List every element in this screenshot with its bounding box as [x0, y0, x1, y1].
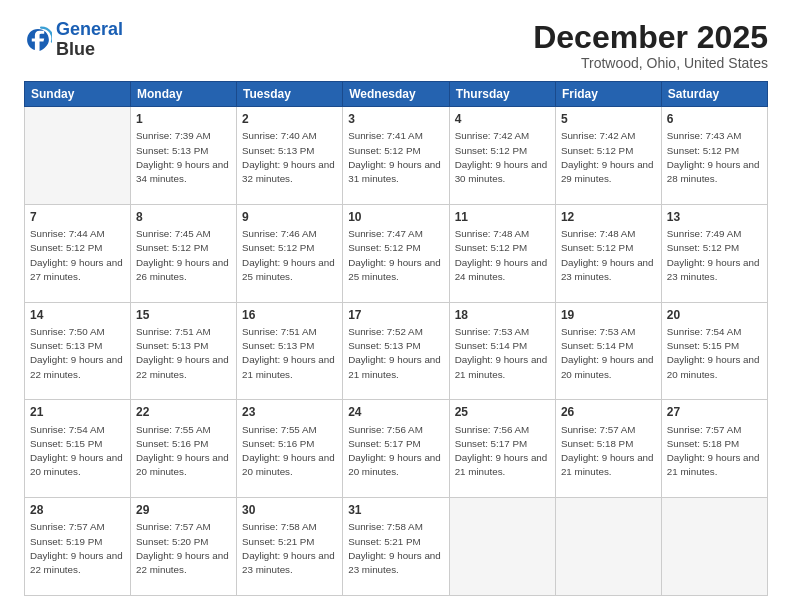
day-info: Sunrise: 7:53 AMSunset: 5:14 PMDaylight:…	[561, 326, 654, 380]
calendar-day-header: Friday	[555, 82, 661, 107]
calendar-day-cell: 24Sunrise: 7:56 AMSunset: 5:17 PMDayligh…	[343, 400, 449, 498]
calendar-day-cell: 3Sunrise: 7:41 AMSunset: 5:12 PMDaylight…	[343, 107, 449, 205]
day-number: 22	[136, 404, 231, 420]
day-info: Sunrise: 7:48 AMSunset: 5:12 PMDaylight:…	[561, 228, 654, 282]
calendar-day-cell: 9Sunrise: 7:46 AMSunset: 5:12 PMDaylight…	[237, 204, 343, 302]
day-info: Sunrise: 7:54 AMSunset: 5:15 PMDaylight:…	[667, 326, 760, 380]
day-info: Sunrise: 7:58 AMSunset: 5:21 PMDaylight:…	[348, 521, 441, 575]
day-number: 10	[348, 209, 443, 225]
day-number: 28	[30, 502, 125, 518]
day-info: Sunrise: 7:41 AMSunset: 5:12 PMDaylight:…	[348, 130, 441, 184]
day-number: 13	[667, 209, 762, 225]
day-number: 18	[455, 307, 550, 323]
day-number: 19	[561, 307, 656, 323]
day-number: 23	[242, 404, 337, 420]
calendar-day-cell	[661, 498, 767, 596]
day-info: Sunrise: 7:42 AMSunset: 5:12 PMDaylight:…	[561, 130, 654, 184]
calendar-day-header: Tuesday	[237, 82, 343, 107]
title-block: December 2025 Trotwood, Ohio, United Sta…	[533, 20, 768, 71]
calendar-day-cell: 27Sunrise: 7:57 AMSunset: 5:18 PMDayligh…	[661, 400, 767, 498]
day-info: Sunrise: 7:57 AMSunset: 5:18 PMDaylight:…	[561, 424, 654, 478]
calendar-day-cell: 12Sunrise: 7:48 AMSunset: 5:12 PMDayligh…	[555, 204, 661, 302]
day-info: Sunrise: 7:55 AMSunset: 5:16 PMDaylight:…	[136, 424, 229, 478]
day-info: Sunrise: 7:47 AMSunset: 5:12 PMDaylight:…	[348, 228, 441, 282]
calendar-week-row: 7Sunrise: 7:44 AMSunset: 5:12 PMDaylight…	[25, 204, 768, 302]
day-info: Sunrise: 7:54 AMSunset: 5:15 PMDaylight:…	[30, 424, 123, 478]
day-info: Sunrise: 7:51 AMSunset: 5:13 PMDaylight:…	[136, 326, 229, 380]
day-info: Sunrise: 7:55 AMSunset: 5:16 PMDaylight:…	[242, 424, 335, 478]
day-number: 2	[242, 111, 337, 127]
day-info: Sunrise: 7:43 AMSunset: 5:12 PMDaylight:…	[667, 130, 760, 184]
calendar-day-cell: 26Sunrise: 7:57 AMSunset: 5:18 PMDayligh…	[555, 400, 661, 498]
calendar-day-cell: 22Sunrise: 7:55 AMSunset: 5:16 PMDayligh…	[131, 400, 237, 498]
calendar-day-cell: 21Sunrise: 7:54 AMSunset: 5:15 PMDayligh…	[25, 400, 131, 498]
day-number: 11	[455, 209, 550, 225]
logo: General Blue	[24, 20, 123, 60]
day-number: 9	[242, 209, 337, 225]
day-info: Sunrise: 7:44 AMSunset: 5:12 PMDaylight:…	[30, 228, 123, 282]
calendar-day-cell: 17Sunrise: 7:52 AMSunset: 5:13 PMDayligh…	[343, 302, 449, 400]
calendar-day-cell: 20Sunrise: 7:54 AMSunset: 5:15 PMDayligh…	[661, 302, 767, 400]
day-info: Sunrise: 7:51 AMSunset: 5:13 PMDaylight:…	[242, 326, 335, 380]
calendar-week-row: 14Sunrise: 7:50 AMSunset: 5:13 PMDayligh…	[25, 302, 768, 400]
day-info: Sunrise: 7:48 AMSunset: 5:12 PMDaylight:…	[455, 228, 548, 282]
main-title: December 2025	[533, 20, 768, 55]
day-number: 17	[348, 307, 443, 323]
day-number: 3	[348, 111, 443, 127]
calendar-day-cell	[449, 498, 555, 596]
day-number: 5	[561, 111, 656, 127]
day-number: 21	[30, 404, 125, 420]
day-info: Sunrise: 7:58 AMSunset: 5:21 PMDaylight:…	[242, 521, 335, 575]
calendar-day-cell: 18Sunrise: 7:53 AMSunset: 5:14 PMDayligh…	[449, 302, 555, 400]
calendar-day-cell: 6Sunrise: 7:43 AMSunset: 5:12 PMDaylight…	[661, 107, 767, 205]
calendar-day-cell: 30Sunrise: 7:58 AMSunset: 5:21 PMDayligh…	[237, 498, 343, 596]
day-number: 4	[455, 111, 550, 127]
day-number: 14	[30, 307, 125, 323]
calendar-day-header: Sunday	[25, 82, 131, 107]
calendar-week-row: 1Sunrise: 7:39 AMSunset: 5:13 PMDaylight…	[25, 107, 768, 205]
calendar-day-cell: 13Sunrise: 7:49 AMSunset: 5:12 PMDayligh…	[661, 204, 767, 302]
day-info: Sunrise: 7:53 AMSunset: 5:14 PMDaylight:…	[455, 326, 548, 380]
calendar-day-header: Monday	[131, 82, 237, 107]
calendar-day-cell: 11Sunrise: 7:48 AMSunset: 5:12 PMDayligh…	[449, 204, 555, 302]
day-number: 25	[455, 404, 550, 420]
day-number: 6	[667, 111, 762, 127]
calendar-header-row: SundayMondayTuesdayWednesdayThursdayFrid…	[25, 82, 768, 107]
day-number: 1	[136, 111, 231, 127]
page: General Blue December 2025 Trotwood, Ohi…	[0, 0, 792, 612]
logo-text: General Blue	[56, 20, 123, 60]
calendar-day-header: Saturday	[661, 82, 767, 107]
calendar-day-cell: 8Sunrise: 7:45 AMSunset: 5:12 PMDaylight…	[131, 204, 237, 302]
day-info: Sunrise: 7:52 AMSunset: 5:13 PMDaylight:…	[348, 326, 441, 380]
day-info: Sunrise: 7:46 AMSunset: 5:12 PMDaylight:…	[242, 228, 335, 282]
calendar-week-row: 21Sunrise: 7:54 AMSunset: 5:15 PMDayligh…	[25, 400, 768, 498]
subtitle: Trotwood, Ohio, United States	[533, 55, 768, 71]
day-info: Sunrise: 7:39 AMSunset: 5:13 PMDaylight:…	[136, 130, 229, 184]
calendar-day-cell: 28Sunrise: 7:57 AMSunset: 5:19 PMDayligh…	[25, 498, 131, 596]
day-info: Sunrise: 7:50 AMSunset: 5:13 PMDaylight:…	[30, 326, 123, 380]
calendar-day-cell: 14Sunrise: 7:50 AMSunset: 5:13 PMDayligh…	[25, 302, 131, 400]
calendar-day-cell: 4Sunrise: 7:42 AMSunset: 5:12 PMDaylight…	[449, 107, 555, 205]
day-info: Sunrise: 7:57 AMSunset: 5:20 PMDaylight:…	[136, 521, 229, 575]
day-info: Sunrise: 7:56 AMSunset: 5:17 PMDaylight:…	[348, 424, 441, 478]
day-number: 31	[348, 502, 443, 518]
calendar-day-cell: 29Sunrise: 7:57 AMSunset: 5:20 PMDayligh…	[131, 498, 237, 596]
calendar-day-cell: 7Sunrise: 7:44 AMSunset: 5:12 PMDaylight…	[25, 204, 131, 302]
calendar-table: SundayMondayTuesdayWednesdayThursdayFrid…	[24, 81, 768, 596]
calendar-day-cell: 16Sunrise: 7:51 AMSunset: 5:13 PMDayligh…	[237, 302, 343, 400]
day-info: Sunrise: 7:45 AMSunset: 5:12 PMDaylight:…	[136, 228, 229, 282]
day-number: 20	[667, 307, 762, 323]
day-info: Sunrise: 7:40 AMSunset: 5:13 PMDaylight:…	[242, 130, 335, 184]
calendar-day-cell: 2Sunrise: 7:40 AMSunset: 5:13 PMDaylight…	[237, 107, 343, 205]
calendar-day-cell: 23Sunrise: 7:55 AMSunset: 5:16 PMDayligh…	[237, 400, 343, 498]
logo-icon	[24, 26, 52, 54]
calendar-day-cell: 25Sunrise: 7:56 AMSunset: 5:17 PMDayligh…	[449, 400, 555, 498]
calendar-day-cell	[555, 498, 661, 596]
calendar-day-cell	[25, 107, 131, 205]
day-number: 30	[242, 502, 337, 518]
day-info: Sunrise: 7:57 AMSunset: 5:19 PMDaylight:…	[30, 521, 123, 575]
header: General Blue December 2025 Trotwood, Ohi…	[24, 20, 768, 71]
day-number: 27	[667, 404, 762, 420]
day-info: Sunrise: 7:42 AMSunset: 5:12 PMDaylight:…	[455, 130, 548, 184]
day-number: 7	[30, 209, 125, 225]
